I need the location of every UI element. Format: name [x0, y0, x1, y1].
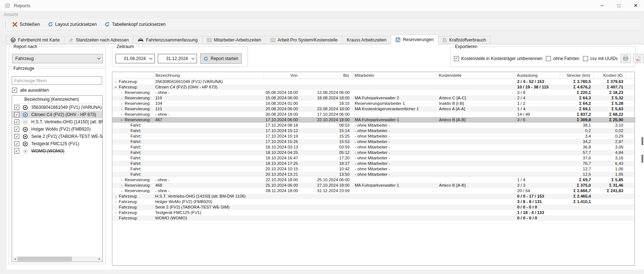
toolbar-grip[interactable] — [5, 20, 6, 28]
table-row[interactable]: Fahrzeug: Citroen C4 (FV2) (OHV - HP 673… — [112, 84, 635, 90]
expand-icon[interactable] — [114, 199, 118, 204]
date-to-dropdown[interactable]: 31.12.2024 — [158, 54, 197, 63]
column-header-bis[interactable]: Bis — [301, 72, 353, 79]
checkbox[interactable]: ✓ — [454, 56, 459, 61]
tab-fahrtenzusammenfassung[interactable]: Fahrtenzusammenfassung — [133, 36, 202, 44]
vehicle-row[interactable]: ✓ Citroen C4 (FV2) (OHV - HP 673) — [12, 111, 102, 118]
scroll-left-icon[interactable] — [12, 257, 17, 261]
vehicle-row[interactable]: ✓ 356308041661049 (FV1) (VARUNA) — [12, 104, 102, 111]
vehicle-checkbox[interactable]: ✓ — [14, 134, 19, 139]
table-row[interactable]: Reservierung: - ohne - 08.11.2024 18:00 … — [112, 188, 635, 194]
table-row[interactable]: Fahrt: 18.10.2024 16:47 17:20 - ohne Mit… — [112, 155, 635, 161]
select-all-checkbox[interactable]: ✓ — [12, 88, 17, 93]
csv-mit-uuids-checkbox[interactable]: ✓ csv mit UUIDs — [583, 56, 618, 61]
scrollbar-thumb[interactable] — [641, 137, 643, 145]
expand-icon[interactable] — [120, 178, 124, 183]
checkbox[interactable]: ✓ — [546, 56, 551, 61]
expand-icon[interactable] — [120, 96, 124, 101]
column-header-auslastung[interactable]: Auslastung — [515, 72, 560, 79]
tab-mitarbeiter-arbeitszeiten[interactable]: Mitarbeiter-Arbeitszeiten — [202, 36, 266, 44]
table-row[interactable]: Fahrt: 20.10.2024 10:15 10:42 - ohne Mit… — [112, 166, 635, 172]
vehicle-row[interactable]: ✓ WOMO (WOMO) — [12, 147, 102, 155]
ohne-fahrten-checkbox[interactable]: ✓ ohne Fahrten — [546, 56, 579, 61]
tab-standzeiten-nach-adressen[interactable]: Standzeiten nach Adressen — [64, 36, 133, 44]
column-header-bezeichnung[interactable]: Bezeichnung — [153, 72, 263, 79]
vehicle-checkbox[interactable]: ✓ — [14, 127, 19, 132]
select-all-row[interactable]: ✓ alle auswählen — [12, 88, 49, 93]
vehicle-checkbox[interactable]: ✓ — [14, 141, 19, 146]
vehicle-checkbox[interactable]: ✓ — [14, 119, 19, 124]
table-row[interactable]: Fahrzeug: 356308041661049 (FV1) (VARUNA)… — [112, 79, 635, 84]
tab-kraftstoffverbrauch[interactable]: Kraftstoffverbrauch — [438, 36, 491, 44]
table-row[interactable]: Fahrt: 18.10.2024 04:25 05:12 - ohne Mit… — [112, 150, 635, 155]
table-row[interactable]: Fahrt: 20.10.2024 13:21 13:50 - ohne Mit… — [112, 172, 635, 177]
vehicle-checkbox[interactable]: ✓ — [14, 105, 19, 110]
expand-icon[interactable] — [114, 210, 118, 215]
report-starten-button[interactable]: Report starten — [200, 53, 242, 64]
table-row[interactable]: Fahrzeug: Serie 2 (FV2) (TABORA-TEST WE-… — [112, 204, 635, 210]
tab-krauss-arbeitszeiten[interactable]: Krauss Arbeitszeiten — [342, 36, 391, 44]
tab-reservierungen[interactable]: Reservierungen — [391, 35, 438, 44]
column-header-strecke[interactable]: Strecke (km) — [560, 72, 593, 79]
expand-icon[interactable] — [120, 112, 124, 117]
maximize-button[interactable] — [611, 0, 627, 11]
table-row[interactable]: Fahrt: 18.10.2024 03:13 03:59 - ohne Mit… — [112, 144, 635, 150]
column-header-kostenstelle[interactable]: Kostenstelle — [436, 72, 515, 79]
vehicle-checkbox[interactable]: ✓ — [14, 112, 19, 117]
expand-icon[interactable] — [120, 183, 124, 188]
report-nach-dropdown[interactable]: Fahrzeug — [12, 54, 103, 63]
column-header-kosten[interactable]: Kosten (€) — [593, 72, 626, 79]
expand-icon[interactable] — [120, 90, 124, 95]
scroll-right-icon[interactable] — [97, 257, 102, 261]
close-window-button[interactable] — [627, 0, 644, 11]
table-row[interactable]: Reservierung: 467 17.10.2024 06:00 22.10… — [112, 117, 635, 123]
table-row[interactable]: Fahrt: 17.10.2024 15:26 15:53 - ohne Mit… — [112, 139, 635, 144]
vehicle-row[interactable]: ✓ Testgerät FMC125 (FV1) — [12, 140, 102, 147]
vehicle-list-horizontal-scrollbar[interactable] — [12, 257, 102, 261]
table-row[interactable]: Fahrzeug: Testgerät FMC125 (FV1) 1 / 18 … — [112, 210, 635, 215]
expand-icon[interactable] — [120, 101, 124, 106]
schließen-button[interactable]: Schließen — [8, 18, 44, 30]
column-header-von[interactable]: Von — [263, 72, 301, 79]
table-row[interactable]: Fahrzeug: Holger WoMo (FV2) (FMB920) 3 /… — [112, 199, 635, 204]
expand-icon[interactable] — [120, 188, 124, 194]
vehicle-row[interactable]: ✓ H.S.T. Vertriebs-OHG [14150] (alt: BM-… — [12, 118, 102, 126]
table-row[interactable]: Fahrzeug: H.S.T. Vertriebs-OHG [14150] (… — [112, 194, 635, 199]
vehicle-checkbox[interactable]: ✓ — [14, 148, 19, 154]
scrollbar-thumb[interactable] — [641, 155, 643, 163]
table-row[interactable]: Reservierung: - ohne - 30.08.2024 18:00 … — [112, 112, 635, 117]
table-row[interactable]: Reservierung: 119 15.08.2024 06:00 18.08… — [112, 95, 635, 101]
printer-button[interactable] — [621, 54, 631, 63]
expand-icon[interactable] — [114, 79, 118, 84]
tabellenkopf-zurücksetzen-button[interactable]: Tabellenkopf zurücksetzen — [101, 18, 169, 30]
layout-zurücksetzen-button[interactable]: Layout zurücksetzen — [44, 18, 101, 30]
vehicle-row[interactable]: ✓ Holger WoMo (FV2) (FMB920) — [12, 126, 102, 133]
table-row[interactable]: Reservierung: 468 25.10.2024 06:00 27.10… — [112, 183, 635, 188]
table-row[interactable]: Reservierung: 104 19.08.2024 01:00 18:15… — [112, 101, 635, 106]
table-row[interactable]: Fahrt: 17.10.2024 15:12 15:14 - ohne Mit… — [112, 128, 635, 134]
tab-fahrtbericht-mit-karte[interactable]: Fahrtbericht mit Karte — [6, 36, 64, 44]
kostenstelle-in-kostenträger-umbenennen-checkbox[interactable]: ✓ Kostenstelle in Kostenträger umbenenne… — [454, 56, 542, 61]
date-from-dropdown[interactable]: 01.08.2024 — [116, 54, 155, 63]
expand-icon[interactable] — [120, 107, 124, 112]
scrollbar-thumb[interactable] — [17, 257, 72, 261]
table-row[interactable]: Reservierung: 110 20.08.2024 06:00 23.08… — [112, 106, 635, 112]
menu-ansicht[interactable]: Ansicht — [4, 12, 18, 17]
table-row[interactable]: Reservierung: - ohne - 05.08.2024 18:00 … — [112, 90, 635, 95]
vehicle-row[interactable]: ✓ Serie 2 (FV2) (TABORA-TEST WE-SIM) — [12, 133, 102, 140]
column-header-mitarbeiter[interactable]: Mitarbeiter — [353, 72, 437, 79]
fahrzeuge-filter-input[interactable] — [12, 76, 102, 85]
vertical-scrollbar[interactable] — [640, 72, 643, 265]
table-row[interactable]: Fahrzeug: WOMO (WOMO) 0 / 0 - 0 / 0 — [112, 215, 635, 221]
column-header-tree[interactable] — [112, 72, 153, 79]
pdf-button[interactable]: PDF — [633, 54, 643, 63]
tab-arbeit-pro-system-kostenstelle[interactable]: Arbeit Pro System/Kostenstelle — [266, 36, 342, 44]
minimize-button[interactable] — [594, 0, 611, 11]
table-row[interactable]: Reservierung: - ohne - 22.10.2024 18:00 … — [112, 177, 635, 183]
expand-icon[interactable] — [119, 118, 124, 122]
expand-icon[interactable] — [113, 85, 118, 90]
expand-icon[interactable] — [114, 194, 118, 199]
table-row[interactable]: Fahrt: 17.10.2024 08:18 08:53 - ohne Mit… — [112, 123, 635, 128]
table-row[interactable]: Fahrt: 18.10.2024 17:25 18:27 - ohne Mit… — [112, 161, 635, 166]
checkbox[interactable]: ✓ — [583, 56, 588, 61]
